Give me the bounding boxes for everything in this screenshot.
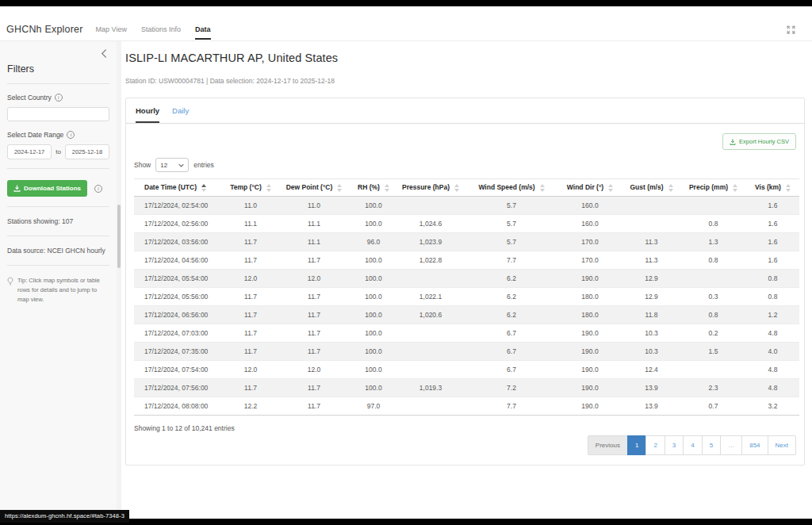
table-row[interactable]: 17/12/2024, 02:56:0011.111.1100.01,024.6…: [134, 214, 799, 232]
cell-value: 5.7: [465, 232, 557, 251]
page-4[interactable]: 4: [683, 435, 702, 455]
column-label: RH (%): [358, 183, 380, 191]
column-header-wind-dir[interactable]: Wind Dir (°): [557, 179, 622, 197]
sort-icon: [454, 184, 459, 192]
divider: [7, 206, 109, 207]
page-1[interactable]: 1: [627, 435, 646, 455]
cell-value: 0.8: [680, 251, 746, 269]
cell-value: [396, 324, 465, 342]
column-header-pressure-hpa[interactable]: Pressure (hPa): [396, 179, 465, 197]
cell-value: 100.0: [351, 378, 396, 397]
divider: [7, 265, 109, 266]
table-row[interactable]: 17/12/2024, 06:56:0011.711.7100.01,020.6…: [134, 305, 799, 324]
chevron-down-icon: [178, 163, 184, 167]
cell-value: 0.2: [680, 324, 746, 342]
cell-value: 11.1: [277, 214, 351, 232]
column-header-dew-point-c[interactable]: Dew Point (°C): [277, 179, 351, 197]
cell-value: 100.0: [351, 360, 396, 378]
nav-item-stations-info[interactable]: Stations Info: [141, 25, 181, 35]
cell-value: [396, 342, 465, 360]
fullscreen-icon[interactable]: [786, 25, 796, 35]
tab-hourly[interactable]: Hourly: [136, 106, 159, 123]
page-854[interactable]: 854: [741, 435, 768, 455]
column-header-gust-m-s[interactable]: Gust (m/s): [622, 179, 680, 197]
sort-icon: [668, 184, 673, 192]
scrollbar-thumb[interactable]: [117, 205, 121, 268]
cell-value: [680, 196, 746, 214]
cell-value: 190.0: [557, 378, 622, 397]
country-label: Select Country: [7, 94, 52, 102]
column-label: Wind Dir (°): [567, 183, 603, 191]
table-row[interactable]: 17/12/2024, 03:56:0011.711.196.01,023.95…: [134, 232, 799, 251]
cell-value: 100.0: [351, 251, 396, 269]
table-row[interactable]: 17/12/2024, 07:35:0011.711.7100.06.7190.…: [134, 342, 799, 360]
table-row[interactable]: 17/12/2024, 04:56:0011.711.7100.01,022.8…: [134, 251, 799, 269]
tab-daily[interactable]: Daily: [172, 106, 189, 123]
column-header-date-time-utc[interactable]: Date Time (UTC): [134, 179, 224, 197]
cell-value: 6.2: [465, 269, 557, 287]
cell-value: 180.0: [557, 305, 622, 324]
table-row[interactable]: 17/12/2024, 07:03:0011.711.7100.06.7190.…: [134, 324, 799, 342]
stations-showing-count: Stations showing: 107: [7, 217, 109, 225]
cell-value: 4.0: [746, 342, 799, 360]
cell-value: 1,020.6: [396, 305, 465, 324]
cell-value: 160.0: [557, 196, 622, 214]
table-row[interactable]: 17/12/2024, 07:54:0012.012.0100.06.7190.…: [134, 360, 799, 378]
cell-value: 11.0: [277, 196, 351, 214]
sort-icon: [733, 184, 737, 192]
table-row[interactable]: 17/12/2024, 05:56:0011.711.7100.01,022.1…: [134, 287, 799, 305]
column-header-rh[interactable]: RH (%): [351, 179, 396, 197]
nav-item-map-view[interactable]: Map View: [96, 25, 127, 35]
cell-value: 7.2: [465, 378, 557, 397]
date-range-field-label: Select Date Range i: [7, 131, 109, 139]
station-title: ISLIP-LI MACARTHUR AP, United States: [125, 52, 812, 64]
cell-datetime: 17/12/2024, 02:56:00: [134, 214, 224, 232]
page-previous[interactable]: Previous: [588, 435, 628, 455]
cell-value: 11.7: [277, 305, 351, 324]
cell-value: 1.6: [746, 196, 799, 214]
page-2[interactable]: 2: [645, 435, 665, 455]
table-row[interactable]: 17/12/2024, 07:56:0011.711.7100.01,019.3…: [134, 378, 799, 397]
table-row[interactable]: 17/12/2024, 05:54:0012.012.0100.06.2190.…: [134, 269, 799, 287]
column-header-wind-speed-m-s[interactable]: Wind Speed (m/s): [465, 179, 557, 197]
page-3[interactable]: 3: [665, 435, 684, 455]
cell-value: 11.7: [224, 251, 277, 269]
date-from-input[interactable]: 2024-12-17: [7, 144, 52, 159]
column-header-temp-c[interactable]: Temp (°C): [224, 179, 277, 197]
country-input[interactable]: [7, 107, 109, 121]
download-row: Download Stations i: [7, 180, 109, 197]
table-row[interactable]: 17/12/2024, 08:08:0012.211.797.07.7190.0…: [134, 397, 799, 415]
table-row[interactable]: 17/12/2024, 02:54:0011.011.0100.05.7160.…: [134, 196, 799, 214]
entries-select[interactable]: 12: [155, 158, 189, 172]
cell-value: [622, 214, 680, 232]
cell-value: 6.7: [465, 360, 557, 378]
sort-icon: [540, 184, 545, 192]
sort-icon: [786, 184, 791, 192]
column-header-vis-km[interactable]: Vis (km): [746, 179, 799, 197]
page-5[interactable]: 5: [702, 435, 721, 455]
cell-value: 100.0: [351, 342, 396, 360]
column-header-precip-mm[interactable]: Precip (mm): [680, 179, 746, 197]
info-icon[interactable]: i: [55, 94, 63, 102]
collapse-sidebar-icon[interactable]: [101, 49, 107, 58]
pagination: Previous12345…854Next: [134, 435, 796, 455]
date-range-to-label: to: [56, 148, 61, 155]
date-to-input[interactable]: 2025-12-18: [65, 144, 109, 159]
nav-item-data[interactable]: Data: [195, 25, 211, 35]
cell-datetime: 17/12/2024, 08:08:00: [134, 397, 224, 415]
cell-value: 11.7: [277, 378, 351, 397]
info-icon[interactable]: i: [94, 185, 102, 193]
download-stations-button[interactable]: Download Stations: [7, 180, 87, 197]
page-next[interactable]: Next: [768, 435, 796, 455]
browser-viewport: GHCNh Explorer Map View Stations Info Da…: [0, 0, 812, 525]
date-range-label: Select Date Range: [7, 131, 63, 139]
cell-value: 190.0: [557, 397, 622, 415]
export-csv-button[interactable]: Export Hourly CSV: [722, 133, 796, 150]
info-icon[interactable]: i: [67, 131, 75, 139]
cell-value: 11.7: [224, 378, 277, 397]
map-tip-text: Tip: Click map symbols or table rows for…: [17, 276, 109, 305]
map-tip: Tip: Click map symbols or table rows for…: [7, 276, 109, 305]
cell-value: 190.0: [557, 360, 622, 378]
cell-value: [680, 269, 746, 287]
cell-value: 190.0: [557, 324, 622, 342]
